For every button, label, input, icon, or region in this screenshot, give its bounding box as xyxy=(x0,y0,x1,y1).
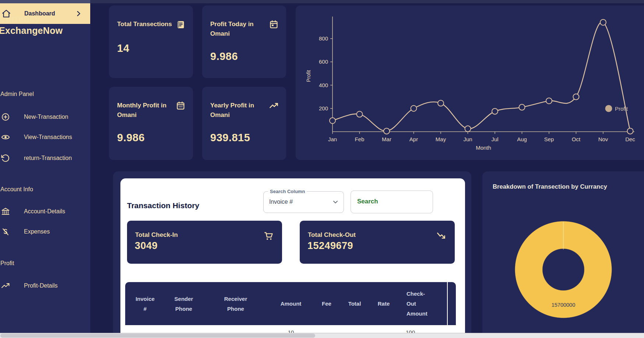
col-amount: Amount xyxy=(269,282,313,325)
transaction-history-panel: Transaction History Search Column Invoic… xyxy=(113,171,471,338)
stat-label: Total Transections xyxy=(117,19,172,29)
col-rate: Rate xyxy=(369,282,398,325)
transaction-history-card: Transaction History Search Column Invoic… xyxy=(120,178,465,338)
search-input-label: Search xyxy=(357,198,378,205)
stat-label: Monthly Profit in Omani xyxy=(117,101,172,120)
stat-card-profit-today: Profit Today in Omani 9.986 xyxy=(202,6,286,78)
sidebar-item-label: Dashboard xyxy=(24,10,55,17)
col-receiver-phone: Receiver Phone xyxy=(203,282,269,325)
horizontal-scrollbar[interactable] xyxy=(0,333,644,338)
sidebar-item-label: New-Transaction xyxy=(24,114,68,120)
top-strip-left xyxy=(0,0,90,3)
top-strip-right xyxy=(90,0,644,3)
svg-text:Jun: Jun xyxy=(463,136,472,142)
search-column-value: Invoice # xyxy=(269,199,293,205)
stat-card-monthly-profit: Monthly Profit in Omani 9.986 xyxy=(109,87,193,160)
sidebar-item-new-transaction[interactable]: New-Transaction xyxy=(0,112,90,122)
svg-text:Sep: Sep xyxy=(544,136,554,142)
money-off-icon xyxy=(1,227,10,236)
svg-text:Nov: Nov xyxy=(598,136,608,142)
eye-icon xyxy=(1,133,10,142)
sidebar-item-expenses[interactable]: Expenses xyxy=(0,227,90,236)
sidebar-item-view-transactions[interactable]: View-Transactions xyxy=(0,132,90,142)
col-total: Total xyxy=(340,282,369,325)
check-out-value: 15249679 xyxy=(307,240,353,252)
chevron-down-icon xyxy=(332,198,339,206)
svg-text:Dec: Dec xyxy=(625,136,635,142)
calendar-icon xyxy=(269,19,279,29)
sidebar-item-label: Profit-Details xyxy=(24,282,58,289)
svg-text:Mar: Mar xyxy=(382,136,391,142)
sidebar-section-profit: Profit xyxy=(0,260,14,267)
bank-icon xyxy=(1,207,10,216)
horizontal-scrollbar-thumb[interactable] xyxy=(0,334,315,338)
profit-line-chart: 200400600800JanFebMarAprMayJunJulAugSepO… xyxy=(296,6,644,160)
col-sender-phone: Sender Phone xyxy=(165,282,203,325)
check-in-value: 3049 xyxy=(135,240,158,252)
total-check-out-card: Total Check-Out 15249679 xyxy=(300,221,455,264)
svg-text:Jul: Jul xyxy=(491,136,498,142)
check-out-label: Total Check-Out xyxy=(308,231,356,239)
cart-icon xyxy=(263,231,274,241)
section-title: Transaction History xyxy=(127,201,199,210)
sidebar-item-label: View-Transactions xyxy=(24,134,72,140)
svg-text:May: May xyxy=(436,136,446,142)
sidebar-item-account-details[interactable]: Account-Details xyxy=(0,207,90,216)
search-column-label: Search Column xyxy=(268,189,307,194)
stat-value: 9.986 xyxy=(210,50,238,63)
check-in-label: Total Check-In xyxy=(135,231,178,239)
stat-value: 9.986 xyxy=(117,132,145,144)
svg-text:Feb: Feb xyxy=(355,136,365,142)
svg-text:Apr: Apr xyxy=(409,136,418,142)
sidebar-section-account-info: Account Info xyxy=(0,186,33,193)
donut-slice-seam xyxy=(563,222,564,250)
stat-card-yearly-profit: Yearly Profit in Omani 939.815 xyxy=(202,87,286,160)
sidebar: Currency ExchangeNow Dashboard Admin Pan… xyxy=(0,3,90,333)
calendar-month-icon xyxy=(176,101,186,111)
plus-circle-icon xyxy=(1,113,10,121)
svg-text:600: 600 xyxy=(319,58,328,65)
donut-value-label: 15700000 xyxy=(515,302,612,308)
trending-down-icon xyxy=(436,231,447,241)
breakdown-panel: Breakdown of Transection by Currancy 157… xyxy=(482,171,644,338)
stat-value: 14 xyxy=(117,42,129,54)
transactions-table: Invoice # Sender Phone Receiver Phone Am… xyxy=(125,282,456,338)
col-fee: Fee xyxy=(313,282,340,325)
profit-line-chart-card: 200400600800JanFebMarAprMayJunJulAugSepO… xyxy=(296,6,644,160)
svg-text:Profit: Profit xyxy=(615,106,628,112)
sidebar-item-profit-details[interactable]: Profit-Details xyxy=(0,281,90,291)
home-icon xyxy=(1,9,11,18)
svg-text:Month: Month xyxy=(476,145,491,151)
search-input[interactable]: Search xyxy=(351,191,433,213)
svg-text:Jan: Jan xyxy=(328,136,337,142)
stat-label: Yearly Profit in Omani xyxy=(210,101,265,120)
sidebar-item-label: Expenses xyxy=(24,228,50,235)
breakdown-title: Breakdown of Transection by Currancy xyxy=(493,183,607,190)
trending-up-icon xyxy=(1,281,10,290)
rotate-ccw-icon xyxy=(1,154,10,163)
table-header-row: Invoice # Sender Phone Receiver Phone Am… xyxy=(125,282,456,325)
svg-text:800: 800 xyxy=(319,35,328,42)
search-column-select[interactable]: Search Column Invoice # xyxy=(263,191,344,213)
svg-text:Aug: Aug xyxy=(517,136,527,142)
total-check-in-card: Total Check-In 3049 xyxy=(127,221,282,264)
trending-up-icon xyxy=(269,101,279,111)
svg-text:200: 200 xyxy=(319,105,328,111)
notepad-icon xyxy=(176,19,186,29)
svg-text:Oct: Oct xyxy=(572,136,581,142)
sidebar-section-admin-panel: Admin Panel xyxy=(0,91,34,97)
sidebar-item-return-transaction[interactable]: return-Transaction xyxy=(0,153,90,163)
stat-card-total-transactions: Total Transections 14 xyxy=(109,6,193,78)
svg-text:400: 400 xyxy=(319,82,328,88)
svg-text:Profit: Profit xyxy=(306,70,312,82)
stat-label: Profit Today in Omani xyxy=(210,19,265,39)
table-column-divider[interactable] xyxy=(447,282,448,338)
stat-value: 939.815 xyxy=(210,132,250,144)
chevron-right-icon xyxy=(75,10,82,17)
sidebar-item-label: Account-Details xyxy=(24,208,65,215)
col-invoice: Invoice # xyxy=(125,282,165,325)
sidebar-item-label: return-Transaction xyxy=(24,155,72,161)
